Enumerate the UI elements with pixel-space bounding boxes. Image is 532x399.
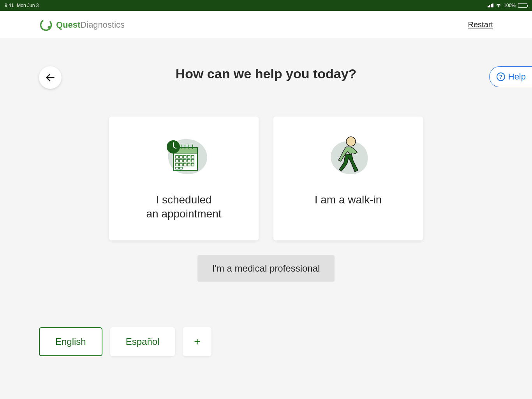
help-icon: ? [497,72,505,81]
quest-logo-icon [39,18,53,32]
brand-light: Diagnostics [80,20,125,30]
brand-logo: QuestDiagnostics [39,18,125,32]
help-label: Help [508,72,526,82]
walkin-label: I am a walk-in [315,193,382,207]
walkin-card[interactable]: I am a walk-in [273,117,423,240]
language-more-button[interactable]: + [183,327,211,356]
main-content: ? Help How can we help you today? [0,39,532,282]
brand-bold: Quest [56,20,80,30]
calendar-clock-icon [157,131,211,182]
option-cards-row: I scheduled an appointment I am a walk-i… [0,117,532,240]
restart-button[interactable]: Restart [468,20,493,29]
svg-point-1 [48,26,51,28]
status-time: 9:41 [5,3,14,8]
app-header: QuestDiagnostics Restart [0,11,532,39]
status-right: 100% [488,3,527,8]
walking-person-icon [321,131,375,182]
language-english-button[interactable]: English [39,327,102,356]
scheduled-appointment-card[interactable]: I scheduled an appointment [109,117,259,240]
scheduled-label: I scheduled an appointment [146,193,221,221]
brand-text: QuestDiagnostics [56,20,125,30]
wifi-icon [496,3,501,8]
svg-point-30 [346,137,356,146]
page-title: How can we help you today? [0,66,532,81]
arrow-left-icon [45,72,56,83]
battery-percent: 100% [504,3,516,8]
language-spanish-button[interactable]: Español [110,327,175,356]
battery-icon [518,3,527,8]
medical-professional-button[interactable]: I'm a medical professional [197,255,335,282]
status-date: Mon Jun 3 [17,3,39,8]
status-left: 9:41 Mon Jun 3 [5,3,39,8]
back-button[interactable] [39,66,62,89]
svg-point-0 [39,18,53,32]
cellular-signal-icon [488,4,493,7]
status-bar: 9:41 Mon Jun 3 100% [0,0,532,11]
help-button[interactable]: ? Help [489,66,532,87]
